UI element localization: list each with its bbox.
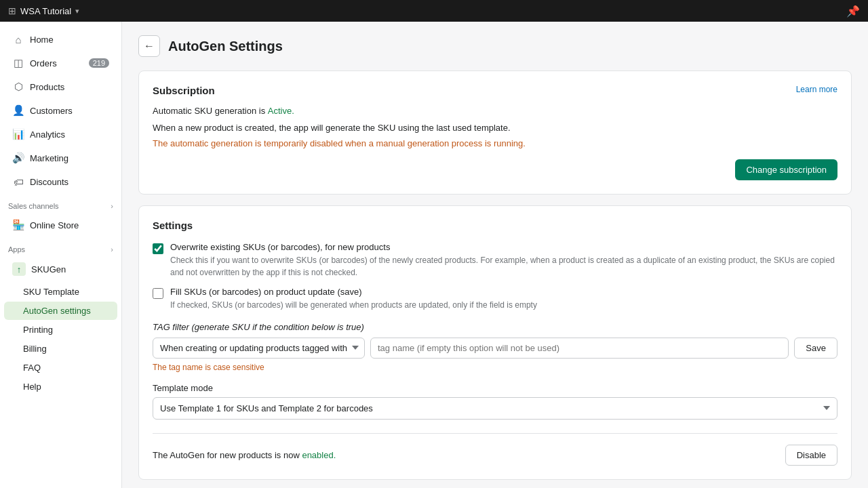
autogen-enabled-status: enabled.	[302, 450, 336, 460]
main-layout: ⌂Home◫Orders219⬡Products👤Customers📊Analy…	[0, 22, 868, 488]
orders-icon: ◫	[12, 57, 24, 69]
sales-channels-arrow: ›	[111, 202, 113, 210]
tag-filter-label: TAG filter (generate SKU if the conditio…	[153, 322, 837, 332]
sidebar-sub-billing[interactable]: Billing	[4, 340, 117, 358]
discounts-icon: 🏷	[12, 176, 24, 188]
subscription-footer: Change subscription	[153, 159, 837, 180]
sidebar-item-customers[interactable]: 👤Customers	[4, 99, 117, 122]
skugen-icon: ↑	[12, 262, 26, 276]
back-button[interactable]: ←	[138, 35, 160, 57]
apps-arrow: ›	[111, 245, 113, 253]
page-header: ← AutoGen Settings	[138, 35, 852, 57]
sidebar-sub-printing[interactable]: Printing	[4, 321, 117, 339]
marketing-icon: 🔊	[12, 152, 24, 164]
checkbox-overwrite[interactable]	[153, 243, 163, 254]
sidebar-item-online-store[interactable]: 🏪 Online Store	[4, 214, 117, 237]
learn-more-link[interactable]: Learn more	[796, 85, 837, 94]
sidebar-item-marketing[interactable]: 🔊Marketing	[4, 146, 117, 169]
sidebar-sub-sku-template[interactable]: SKU Template	[4, 283, 117, 301]
store-chevron: ▾	[75, 7, 79, 16]
top-bar: ⊞ WSA Tutorial ▾ 📌	[0, 0, 868, 22]
checkbox-fill[interactable]	[153, 288, 163, 299]
content-area: ← AutoGen Settings Subscription Learn mo…	[122, 22, 868, 488]
subscription-header: Subscription Learn more	[153, 85, 837, 96]
orders-badge: 219	[89, 58, 109, 68]
disable-button[interactable]: Disable	[785, 445, 837, 466]
home-icon: ⌂	[12, 33, 24, 45]
tag-filter-row: When creating or updating products tagge…	[153, 338, 837, 359]
store-selector[interactable]: ⊞ WSA Tutorial ▾	[8, 5, 79, 16]
sidebar-item-analytics[interactable]: 📊Analytics	[4, 123, 117, 146]
subscription-title: Subscription	[153, 85, 215, 96]
tag-filter-section: TAG filter (generate SKU if the conditio…	[153, 322, 837, 372]
online-store-icon: 🏪	[12, 219, 24, 231]
store-name: WSA Tutorial	[20, 6, 71, 16]
tag-note: The tag name is case sensitive	[153, 363, 837, 372]
checkbox-overwrite-row: Overwrite existing SKUs (or barcodes), f…	[153, 242, 837, 279]
tag-save-button[interactable]: Save	[794, 338, 837, 359]
change-subscription-button[interactable]: Change subscription	[735, 159, 837, 180]
checkbox-overwrite-desc: Check this if you want to overwrite SKUs…	[170, 254, 837, 279]
settings-title: Settings	[153, 220, 837, 231]
products-icon: ⬡	[12, 81, 24, 93]
store-icon: ⊞	[8, 5, 16, 16]
autogen-status-text: The AutoGen for new products is now enab…	[153, 450, 336, 460]
subscription-status-line: Automatic SKU generation is Active.	[153, 104, 837, 119]
sales-channels-section: Sales channels ›	[0, 194, 121, 213]
subscription-line1: When a new product is created, the app w…	[153, 121, 837, 136]
sidebar-item-discounts[interactable]: 🏷Discounts	[4, 170, 117, 193]
pin-icon: 📌	[846, 5, 860, 18]
customers-icon: 👤	[12, 104, 24, 117]
tag-condition-select[interactable]: When creating or updating products tagge…	[153, 338, 365, 359]
template-mode-section: Template mode Use Template 1 for SKUs an…	[153, 383, 837, 420]
checkbox-overwrite-label: Overwrite existing SKUs (or barcodes), f…	[170, 242, 837, 252]
template-mode-label: Template mode	[153, 383, 837, 393]
status-active: Active.	[268, 106, 294, 116]
sidebar-sub-faq[interactable]: FAQ	[4, 359, 117, 377]
sidebar-item-home[interactable]: ⌂Home	[4, 28, 117, 51]
checkbox-fill-row: Fill SKUs (or barcodes) on product updat…	[153, 287, 837, 311]
sidebar-item-products[interactable]: ⬡Products	[4, 75, 117, 98]
checkbox-fill-desc: If checked, SKUs (or barcodes) will be g…	[170, 299, 537, 311]
subscription-warning: The automatic generation is temporarily …	[153, 138, 837, 148]
settings-card: Settings Overwrite existing SKUs (or bar…	[138, 205, 852, 480]
sidebar-item-skugen[interactable]: ↑ SKUGen	[4, 257, 117, 281]
sidebar-sub-help[interactable]: Help	[4, 378, 117, 396]
checkbox-fill-label: Fill SKUs (or barcodes) on product updat…	[170, 287, 537, 297]
autogen-status-row: The AutoGen for new products is now enab…	[153, 433, 837, 466]
analytics-icon: 📊	[12, 128, 24, 140]
sidebar: ⌂Home◫Orders219⬡Products👤Customers📊Analy…	[0, 22, 122, 488]
apps-section: Apps ›	[0, 237, 121, 256]
template-mode-select[interactable]: Use Template 1 for SKUs and Template 2 f…	[153, 397, 837, 420]
sidebar-item-orders[interactable]: ◫Orders219	[4, 52, 117, 75]
subscription-card: Subscription Learn more Automatic SKU ge…	[138, 70, 852, 195]
page-title: AutoGen Settings	[168, 39, 283, 54]
sidebar-sub-autogen-settings[interactable]: AutoGen settings	[4, 302, 117, 320]
tag-name-input[interactable]	[370, 338, 789, 359]
